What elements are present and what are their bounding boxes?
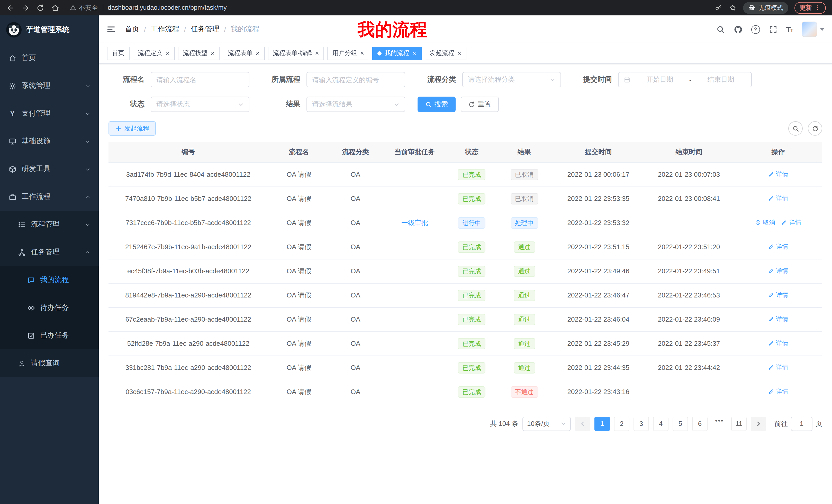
app-logo[interactable]: 芋道管理系统 bbox=[0, 16, 99, 44]
detail-button[interactable]: 详情 bbox=[768, 243, 788, 251]
tab-item[interactable]: 发起流程× bbox=[424, 47, 466, 60]
cell-submit-time: 2022-01-23 00:06:17 bbox=[553, 162, 644, 187]
breadcrumb-item[interactable]: 任务管理 bbox=[191, 25, 219, 34]
toggle-search-icon[interactable] bbox=[788, 121, 803, 136]
detail-button[interactable]: 详情 bbox=[768, 267, 788, 275]
tab-item[interactable]: 流程定义× bbox=[133, 47, 175, 60]
detail-button[interactable]: 详情 bbox=[768, 339, 788, 348]
chat-icon bbox=[27, 276, 35, 284]
current-task-link[interactable]: 一级审批 bbox=[401, 219, 428, 226]
security-warning[interactable]: 不安全 bbox=[70, 3, 98, 12]
page-number-button[interactable]: 4 bbox=[653, 416, 669, 431]
sidebar-item[interactable]: 系统管理 bbox=[0, 72, 99, 100]
page-number-button[interactable]: 5 bbox=[673, 416, 688, 431]
tab-item[interactable]: 首页 bbox=[107, 47, 130, 60]
edit-icon bbox=[768, 171, 774, 177]
page-number-button[interactable]: 1 bbox=[594, 416, 610, 431]
tab-item[interactable]: 流程表单× bbox=[223, 47, 265, 60]
github-icon[interactable] bbox=[733, 25, 742, 34]
page-number-button[interactable]: 3 bbox=[633, 416, 649, 431]
star-icon[interactable] bbox=[729, 4, 737, 12]
sidebar-item[interactable]: 流程管理 bbox=[0, 211, 99, 239]
detail-button[interactable]: 详情 bbox=[768, 387, 788, 396]
process-category-select[interactable]: 请选择流程分类 bbox=[462, 72, 561, 87]
breadcrumb-item[interactable]: 首页 bbox=[125, 25, 139, 34]
goto-page-input[interactable] bbox=[791, 416, 812, 431]
create-process-button[interactable]: 发起流程 bbox=[108, 121, 156, 136]
sidebar-item[interactable]: ¥支付管理 bbox=[0, 100, 99, 128]
cell-operations: 取消详情 bbox=[734, 211, 822, 235]
search-icon[interactable] bbox=[716, 25, 725, 34]
refresh-icon[interactable] bbox=[808, 121, 822, 136]
tab-item[interactable]: 我的流程× bbox=[372, 47, 421, 60]
process-name-input[interactable] bbox=[151, 72, 250, 87]
user-menu[interactable] bbox=[802, 22, 824, 37]
cancel-button[interactable]: 取消 bbox=[755, 218, 775, 227]
close-icon[interactable]: × bbox=[315, 50, 319, 57]
reload-icon[interactable] bbox=[36, 4, 44, 12]
submit-time-range-picker[interactable]: 开始日期 - 结束日期 bbox=[618, 72, 752, 87]
url-text[interactable]: dashboard.yudao.iocoder.cn/bpm/task/my bbox=[108, 4, 227, 11]
back-icon[interactable] bbox=[6, 4, 15, 12]
font-size-icon[interactable]: TT bbox=[786, 25, 793, 34]
detail-button[interactable]: 详情 bbox=[768, 363, 788, 372]
page-ellipsis[interactable]: ••• bbox=[712, 416, 727, 431]
sidebar-item[interactable]: 任务管理 bbox=[0, 239, 99, 266]
close-icon[interactable]: × bbox=[211, 50, 214, 57]
home-icon[interactable] bbox=[51, 4, 59, 12]
breadcrumb-item[interactable]: 工作流程 bbox=[151, 25, 179, 34]
key-icon[interactable] bbox=[714, 4, 723, 12]
page-size-select[interactable]: 10条/页 bbox=[522, 416, 571, 431]
forward-icon[interactable] bbox=[21, 4, 29, 12]
sidebar-item[interactable]: 请假查询 bbox=[0, 349, 99, 377]
address-bar[interactable]: 不安全 dashboard.yudao.iocoder.cn/bpm/task/… bbox=[70, 3, 707, 12]
op-label: 详情 bbox=[789, 218, 801, 227]
sidebar-item[interactable]: 工作流程 bbox=[0, 183, 99, 211]
next-page-button[interactable] bbox=[751, 416, 766, 431]
avatar[interactable] bbox=[802, 22, 817, 37]
detail-button[interactable]: 详情 bbox=[781, 218, 801, 227]
fullscreen-icon[interactable] bbox=[769, 25, 777, 34]
process-definition-input[interactable] bbox=[307, 72, 405, 87]
sidebar-item[interactable]: 基础设施 bbox=[0, 128, 99, 155]
cell-result: 通过 bbox=[495, 259, 553, 283]
close-icon[interactable]: × bbox=[458, 50, 461, 57]
tab-item[interactable]: 用户分组× bbox=[327, 47, 369, 60]
sidebar-item[interactable]: 已办任务 bbox=[0, 321, 99, 349]
table-toolbar: 发起流程 bbox=[108, 121, 822, 136]
sidebar-item[interactable]: 研发工具 bbox=[0, 155, 99, 183]
cell-status: 已完成 bbox=[448, 307, 495, 331]
result-select[interactable]: 请选择流结果 bbox=[307, 96, 405, 112]
op-label: 详情 bbox=[776, 170, 788, 179]
reset-button[interactable]: 重置 bbox=[461, 96, 499, 112]
sidebar-item[interactable]: 首页 bbox=[0, 44, 99, 72]
hamburger-icon[interactable] bbox=[106, 25, 116, 34]
close-icon[interactable]: × bbox=[412, 50, 416, 57]
tab-item[interactable]: 流程表单-编辑× bbox=[268, 47, 324, 60]
detail-button[interactable]: 详情 bbox=[768, 194, 788, 203]
edit-icon bbox=[768, 365, 774, 371]
help-icon[interactable]: ? bbox=[751, 25, 760, 34]
menu-dots-icon[interactable] bbox=[814, 5, 821, 11]
sidebar-item[interactable]: 待办任务 bbox=[0, 294, 99, 321]
search-button[interactable]: 搜索 bbox=[418, 96, 456, 112]
tab-item[interactable]: 流程模型× bbox=[178, 47, 219, 60]
status-select[interactable]: 请选择状态 bbox=[151, 96, 250, 112]
page-number-button[interactable]: 6 bbox=[692, 416, 707, 431]
prev-page-button[interactable] bbox=[575, 416, 590, 431]
cell-current-task bbox=[381, 307, 448, 331]
detail-button[interactable]: 详情 bbox=[768, 291, 788, 300]
close-icon[interactable]: × bbox=[360, 50, 364, 57]
page-number-button[interactable]: 11 bbox=[731, 416, 747, 431]
close-icon[interactable]: × bbox=[165, 50, 170, 57]
close-icon[interactable]: × bbox=[256, 50, 259, 57]
page-number-button[interactable]: 2 bbox=[614, 416, 629, 431]
goto-label: 前往 bbox=[774, 419, 788, 428]
detail-button[interactable]: 详情 bbox=[768, 315, 788, 324]
detail-button[interactable]: 详情 bbox=[768, 170, 788, 179]
content: 流程名 所属流程 流程分类 请选择流程分类 提交时间 开始日期 - 结束日期 bbox=[99, 64, 832, 504]
update-button[interactable]: 更新 bbox=[795, 2, 826, 13]
cell-operations: 详情 bbox=[734, 356, 822, 380]
sidebar-item[interactable]: 我的流程 bbox=[0, 266, 99, 294]
warning-icon bbox=[70, 5, 76, 11]
